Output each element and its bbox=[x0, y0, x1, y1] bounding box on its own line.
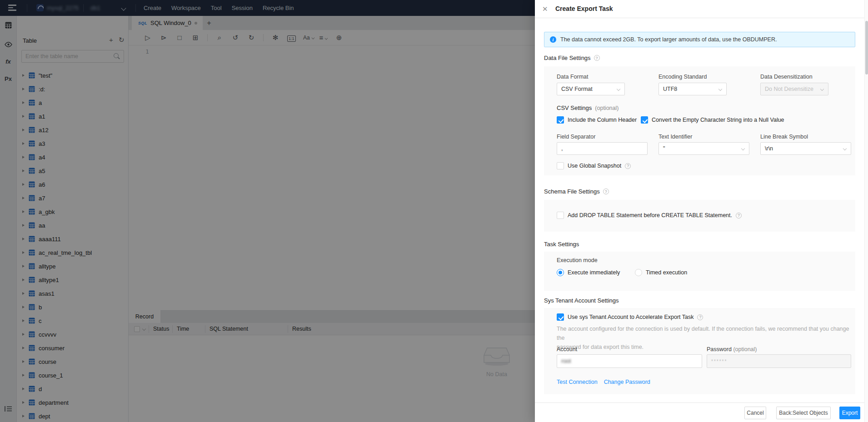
chevron-down-icon bbox=[718, 87, 722, 91]
schema-file-settings-panel: Add DROP TABLE Statement before CREATE T… bbox=[544, 200, 855, 232]
field-separator-input[interactable]: , bbox=[557, 142, 648, 155]
help-icon[interactable]: ? bbox=[736, 213, 742, 218]
task-settings-heading: Task Settings bbox=[544, 241, 579, 248]
info-banner-text: The data cannot exceed 2GB. To export la… bbox=[560, 36, 777, 43]
help-icon[interactable]: ? bbox=[603, 189, 609, 194]
task-settings-panel: Execution mode Execute immediately Timed… bbox=[544, 252, 855, 291]
info-icon: i bbox=[550, 36, 556, 43]
data-format-label: Data Format bbox=[557, 74, 588, 80]
line-break-label: Line Break Symbol bbox=[760, 134, 808, 140]
text-identifier-label: Text Identifier bbox=[658, 134, 692, 140]
global-snapshot-label: Use Global Snapshot bbox=[568, 163, 621, 169]
timed-execution-label: Timed execution bbox=[646, 269, 687, 276]
password-label: Password (optional) bbox=[707, 346, 757, 352]
convert-empty-label: Convert the Empty Character String into … bbox=[652, 117, 784, 123]
chevron-down-icon bbox=[741, 147, 745, 150]
line-break-select[interactable]: \r\n bbox=[760, 142, 851, 155]
desensitization-select: Do Not Desensitize bbox=[760, 83, 828, 95]
encoding-label: Encoding Standard bbox=[658, 74, 707, 80]
data-file-settings-heading: Data File Settings ? bbox=[544, 55, 600, 61]
execute-immediately-option: Execute immediately bbox=[557, 269, 620, 276]
use-sys-option: Use sys Tenant Account to Accelerate Exp… bbox=[557, 313, 703, 321]
execute-immediately-label: Execute immediately bbox=[568, 269, 620, 276]
drop-table-option: Add DROP TABLE Statement before CREATE T… bbox=[557, 212, 742, 219]
global-snapshot-option: Use Global Snapshot ? bbox=[557, 162, 631, 169]
timed-execution-option: Timed execution bbox=[635, 269, 687, 276]
data-file-settings-panel: Data Format Encoding Standard Data Desen… bbox=[544, 66, 855, 175]
text-identifier-select[interactable]: " bbox=[658, 142, 749, 155]
include-header-label: Include the Column Header bbox=[568, 117, 637, 123]
help-icon[interactable]: ? bbox=[697, 314, 703, 320]
close-icon[interactable]: ✕ bbox=[542, 5, 548, 13]
timed-execution-radio[interactable] bbox=[635, 269, 642, 276]
schema-file-settings-heading: Schema File Settings ? bbox=[544, 188, 609, 195]
drawer-title: Create Export Task bbox=[555, 5, 613, 12]
drawer-footer: Cancel Back:Select Objects Export bbox=[535, 402, 868, 422]
password-input: ****** bbox=[707, 354, 851, 368]
change-password-link[interactable]: Change Password bbox=[604, 379, 650, 385]
test-connection-link[interactable]: Test Connection bbox=[557, 379, 598, 385]
back-select-objects-button[interactable]: Back:Select Objects bbox=[776, 407, 831, 419]
cancel-button[interactable]: Cancel bbox=[744, 407, 766, 419]
sys-account-description: The account configured for the connectio… bbox=[557, 324, 855, 352]
drawer-header: ✕ Create Export Task bbox=[535, 0, 868, 18]
field-separator-label: Field Separator bbox=[557, 134, 595, 140]
desensitization-label: Data Desensitization bbox=[760, 74, 813, 80]
chevron-down-icon bbox=[617, 87, 620, 91]
encoding-select[interactable]: UTF8 bbox=[658, 83, 727, 95]
chevron-down-icon bbox=[820, 87, 824, 91]
account-input[interactable]: root bbox=[557, 354, 702, 368]
include-header-checkbox[interactable] bbox=[557, 116, 564, 124]
convert-empty-checkbox[interactable] bbox=[641, 116, 648, 124]
sys-tenant-settings-heading: Sys Tenant Account Settings bbox=[544, 297, 619, 304]
execution-mode-label: Execution mode bbox=[557, 257, 598, 263]
use-sys-label: Use sys Tenant Account to Accelerate Exp… bbox=[568, 314, 693, 320]
drop-table-label: Add DROP TABLE Statement before CREATE T… bbox=[568, 212, 732, 218]
account-links: Test Connection Change Password bbox=[557, 379, 650, 385]
data-format-select[interactable]: CSV Format bbox=[557, 83, 625, 95]
drawer-scrollbar[interactable] bbox=[864, 0, 868, 422]
help-icon[interactable]: ? bbox=[594, 55, 600, 61]
convert-empty-option: Convert the Empty Character String into … bbox=[641, 116, 784, 124]
use-sys-checkbox[interactable] bbox=[557, 313, 564, 321]
account-label: Account bbox=[557, 346, 577, 352]
csv-settings-heading: CSV Settings (optional) bbox=[557, 104, 619, 111]
export-button[interactable]: Export bbox=[839, 407, 860, 419]
execute-immediately-radio[interactable] bbox=[557, 269, 564, 276]
scrollbar-thumb[interactable] bbox=[865, 21, 868, 74]
create-export-task-drawer: ✕ Create Export Task i The data cannot e… bbox=[535, 0, 868, 422]
help-icon[interactable]: ? bbox=[625, 163, 631, 169]
include-header-option: Include the Column Header bbox=[557, 116, 637, 124]
drop-table-checkbox[interactable] bbox=[557, 212, 564, 219]
info-banner: i The data cannot exceed 2GB. To export … bbox=[544, 32, 855, 47]
app: mysql_2275 db1 CreateWorkspaceToolSessio… bbox=[0, 0, 868, 422]
sys-tenant-settings-panel: Use sys Tenant Account to Accelerate Exp… bbox=[544, 308, 855, 394]
chevron-down-icon bbox=[843, 147, 847, 150]
global-snapshot-checkbox[interactable] bbox=[557, 162, 564, 169]
